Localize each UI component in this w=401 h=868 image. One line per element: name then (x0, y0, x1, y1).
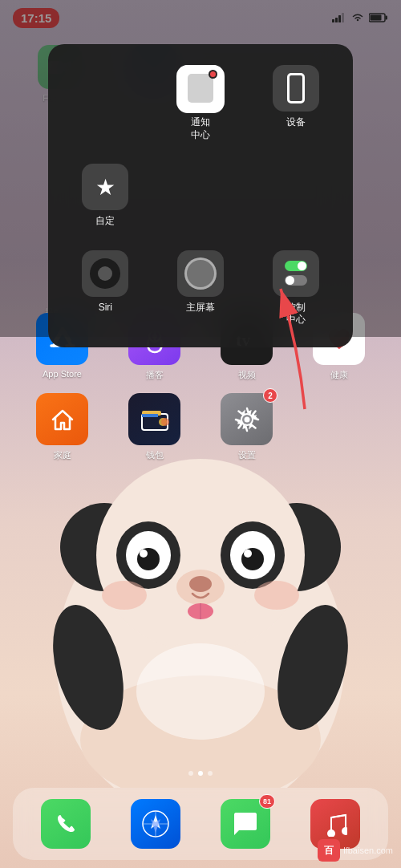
arrow-indicator (257, 249, 337, 425)
tv-label: 视频 (238, 369, 256, 381)
app-wallet[interactable]: 钱包 (128, 393, 180, 461)
page-dot-1 (188, 771, 193, 776)
appstore-label: App Store (43, 369, 82, 379)
dock-safari[interactable] (131, 799, 180, 849)
settings-label: 设置 (238, 449, 256, 461)
svg-point-13 (189, 576, 212, 592)
home-label: 主屏幕 (186, 302, 215, 314)
home-app-label: 家庭 (54, 449, 71, 461)
svg-point-11 (244, 550, 252, 558)
app-home[interactable]: 家庭 (36, 393, 88, 461)
watermark: 百 lfbaisen.com (318, 839, 393, 862)
svg-point-53 (342, 827, 347, 835)
customize-label: 自定 (95, 215, 115, 228)
menu-item-device[interactable]: 设备 (251, 57, 340, 149)
app-row-2: 家庭 钱包 2 设置 (0, 393, 401, 461)
menu-item-home[interactable]: 主屏幕 (156, 242, 245, 335)
wallpaper-panda (0, 322, 401, 788)
dock-phone[interactable] (41, 799, 91, 849)
page-indicator (0, 771, 401, 776)
watermark-logo: 百 (318, 839, 340, 862)
svg-point-52 (327, 829, 335, 837)
notification-label: 通知中心 (191, 116, 210, 141)
device-label: 设备 (286, 116, 306, 129)
podcast-label: 播客 (146, 369, 164, 381)
menu-item-notification[interactable]: 通知中心 (156, 57, 245, 149)
svg-point-45 (244, 416, 249, 422)
watermark-text: lfbaisen.com (343, 846, 393, 855)
page-dot-2 (198, 771, 203, 776)
menu-item-siri[interactable]: Siri (61, 242, 150, 335)
svg-point-15 (254, 581, 299, 610)
svg-point-10 (140, 550, 148, 558)
svg-point-14 (102, 581, 147, 610)
dock-messages[interactable]: 81 (221, 799, 270, 849)
messages-badge: 81 (259, 794, 275, 809)
page-dot-3 (208, 771, 213, 776)
menu-item-customize[interactable]: ★ 自定 (61, 156, 150, 236)
svg-point-41 (161, 418, 169, 426)
wallet-label: 钱包 (146, 449, 164, 461)
siri-label: Siri (99, 302, 112, 314)
svg-line-54 (331, 815, 346, 817)
svg-point-19 (136, 643, 265, 740)
svg-rect-39 (142, 414, 158, 417)
